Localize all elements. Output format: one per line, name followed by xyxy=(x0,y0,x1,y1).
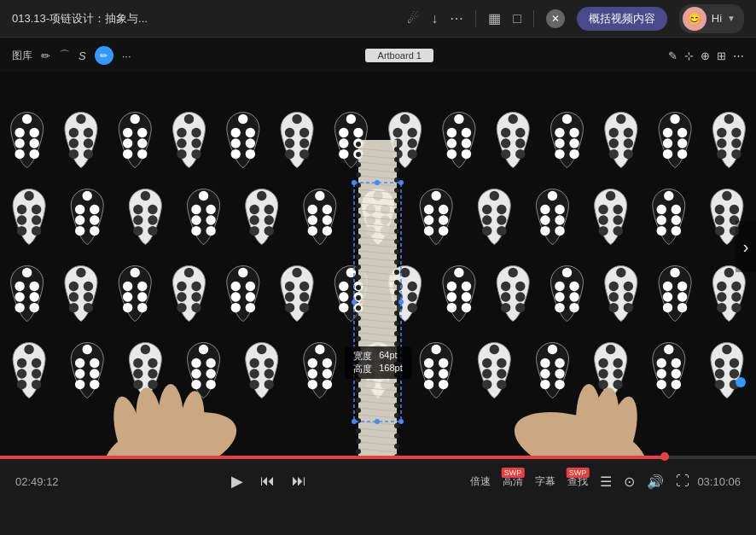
jewelry-canvas xyxy=(0,72,756,456)
download-icon[interactable]: ↓ xyxy=(431,11,438,26)
screen-icon[interactable]: ⊙ xyxy=(624,474,635,490)
current-time: 02:49:12 xyxy=(15,475,67,488)
progress-fill xyxy=(0,456,666,459)
library-label: 图库 xyxy=(12,49,32,63)
summary-button[interactable]: 概括视频内容 xyxy=(577,7,667,31)
video-image-area: 宽度 64pt 高度 168pt xyxy=(0,72,756,456)
video-toolbar: 图库 ✏ ⌒ S ✏ ··· Artboard 1 ✎ ⊹ ⊕ ⊞ ⋯ xyxy=(0,46,756,65)
avatar-button[interactable]: 😊 Hi ▼ xyxy=(679,4,744,33)
side-arrow-button[interactable]: › xyxy=(736,221,756,272)
progress-bar[interactable] xyxy=(0,456,756,459)
list-icon[interactable]: ☰ xyxy=(600,474,612,490)
toolbar-left: 图库 ✏ ⌒ S ✏ ··· xyxy=(12,46,131,65)
fullscreen-icon[interactable]: ⛶ xyxy=(676,474,689,489)
chevron-down-icon: ▼ xyxy=(727,14,736,23)
more-icon[interactable]: ⋯ xyxy=(450,10,463,26)
toolbar-wand-icon[interactable]: ⊹ xyxy=(684,49,694,62)
total-time: 03:10:06 xyxy=(689,475,741,488)
speed-control[interactable]: 倍速 xyxy=(470,474,491,489)
toolbar-grid-icon[interactable]: ⊞ xyxy=(717,49,726,62)
dimension-info-overlay: 宽度 64pt 高度 168pt xyxy=(345,346,411,379)
blue-indicator xyxy=(736,377,746,387)
toolbar-right: ✎ ⊹ ⊕ ⊞ ⋯ xyxy=(668,49,744,62)
toolbar-s-icon[interactable]: S xyxy=(79,49,86,62)
toolbar-brush-icon[interactable]: ⌒ xyxy=(59,48,70,63)
toolbar-pen-icon[interactable]: ✏ xyxy=(41,49,50,62)
search-control[interactable]: SWP 查找 xyxy=(567,474,588,489)
play-button[interactable]: ▶ xyxy=(231,472,243,491)
avatar-label: Hi xyxy=(712,12,722,25)
subtitle-control[interactable]: 字幕 xyxy=(535,474,555,489)
height-label: 高度 xyxy=(353,363,372,375)
swp-badge-quality: SWP xyxy=(502,468,525,478)
controls-bar: 02:49:12 ▶ ⏮ ⏭ 倍速 SWP 高清 字幕 SWP 查找 ☰ ⊙ 🔊… xyxy=(0,459,756,503)
height-value: 168pt xyxy=(379,363,403,375)
top-bar: 013.13-项链设计：抽象与... ☄ ↓ ⋯ ▦ □ ✕ 概括视频内容 😊 … xyxy=(0,0,756,38)
top-bar-icons: ☄ ↓ ⋯ ▦ □ ✕ 概括视频内容 😊 Hi ▼ xyxy=(407,4,744,33)
close-button[interactable]: ✕ xyxy=(546,9,565,28)
pip-icon[interactable]: ▦ xyxy=(488,10,501,26)
progress-dot xyxy=(660,452,669,461)
toolbar-active-tool[interactable]: ✏ xyxy=(95,46,113,65)
divider2 xyxy=(533,10,534,27)
video-container: 图库 ✏ ⌒ S ✏ ··· Artboard 1 ✎ ⊹ ⊕ ⊞ ⋯ xyxy=(0,38,756,456)
playback-controls: ▶ ⏮ ⏭ xyxy=(67,472,470,491)
divider xyxy=(475,10,476,27)
volume-icon[interactable]: 🔊 xyxy=(647,474,664,490)
toolbar-center: Artboard 1 xyxy=(131,49,668,62)
width-value: 64pt xyxy=(379,350,397,363)
avatar: 😊 xyxy=(683,7,707,31)
right-controls: 倍速 SWP 高清 字幕 SWP 查找 ☰ ⊙ 🔊 ⛶ xyxy=(470,474,689,490)
speed-label: 倍速 xyxy=(470,474,491,489)
toolbar-more-icon[interactable]: ··· xyxy=(122,49,131,62)
subtitle-label: 字幕 xyxy=(535,474,555,489)
share-icon[interactable]: ☄ xyxy=(407,10,419,26)
artboard-name[interactable]: Artboard 1 xyxy=(365,49,433,62)
toolbar-eyedropper-icon[interactable]: ⊕ xyxy=(701,49,710,62)
crop-icon[interactable]: □ xyxy=(513,11,521,26)
video-content: 图库 ✏ ⌒ S ✏ ··· Artboard 1 ✎ ⊹ ⊕ ⊞ ⋯ xyxy=(0,38,756,456)
width-label: 宽度 xyxy=(353,350,372,363)
swp-badge-search: SWP xyxy=(567,468,590,478)
next-button[interactable]: ⏭ xyxy=(292,473,306,490)
video-title: 013.13-项链设计：抽象与... xyxy=(12,11,397,26)
toolbar-settings-icon[interactable]: ⋯ xyxy=(733,49,744,62)
prev-button[interactable]: ⏮ xyxy=(260,473,275,490)
quality-control[interactable]: SWP 高清 xyxy=(503,474,523,489)
toolbar-pencil-icon[interactable]: ✎ xyxy=(668,49,677,62)
